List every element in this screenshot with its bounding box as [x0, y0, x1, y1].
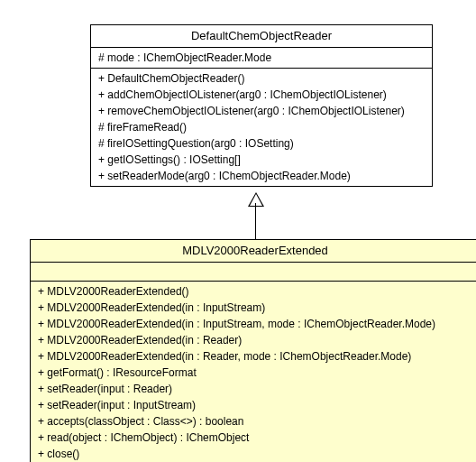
method-line: + MDLV2000ReaderExtended(in : Reader)	[38, 332, 472, 348]
class-attributes-section: # mode : IChemObjectReader.Mode	[91, 48, 432, 69]
method-line: + setReaderMode(arg0 : IChemObjectReader…	[98, 168, 425, 184]
class-title: MDLV2000ReaderExtended	[31, 240, 476, 263]
method-line: # fireFrameRead()	[98, 119, 425, 135]
inheritance-arrow-icon	[248, 192, 264, 207]
method-line: + accepts(classObject : Class<>) : boole…	[38, 413, 472, 430]
class-title: DefaultChemObjectReader	[91, 25, 432, 48]
method-line: + setReader(input : Reader)	[38, 381, 472, 397]
class-attributes-section	[31, 263, 476, 282]
class-box-child: MDLV2000ReaderExtended + MDLV2000ReaderE…	[30, 239, 476, 462]
class-methods-section: + DefaultChemObjectReader() + addChemObj…	[91, 69, 432, 186]
method-line: + getIOSettings() : IOSetting[]	[98, 152, 425, 168]
inheritance-connector	[255, 203, 256, 239]
method-line: + addChemObjectIOListener(arg0 : IChemOb…	[98, 87, 425, 103]
method-line: + setReader(input : InputStream)	[38, 397, 472, 413]
attribute-line: # mode : IChemObjectReader.Mode	[98, 50, 425, 66]
method-line: # fireIOSettingQuestion(arg0 : IOSetting…	[98, 135, 425, 152]
method-line: + read(object : IChemObject) : IChemObje…	[38, 430, 472, 446]
class-methods-section: + MDLV2000ReaderExtended() + MDLV2000Rea…	[31, 282, 476, 462]
method-line: + MDLV2000ReaderExtended(in : Reader, mo…	[38, 348, 472, 365]
uml-diagram: DefaultChemObjectReader # mode : IChemOb…	[18, 18, 476, 462]
method-line: + close()	[38, 446, 472, 462]
method-line: + MDLV2000ReaderExtended()	[38, 283, 472, 300]
method-line: + getFormat() : IResourceFormat	[38, 365, 472, 381]
method-line: + MDLV2000ReaderExtended(in : InputStrea…	[38, 300, 472, 316]
method-line: + DefaultChemObjectReader()	[98, 70, 425, 87]
class-box-parent: DefaultChemObjectReader # mode : IChemOb…	[90, 24, 433, 187]
method-line: + removeChemObjectIOListener(arg0 : IChe…	[98, 103, 425, 119]
method-line: + MDLV2000ReaderExtended(in : InputStrea…	[38, 316, 472, 332]
